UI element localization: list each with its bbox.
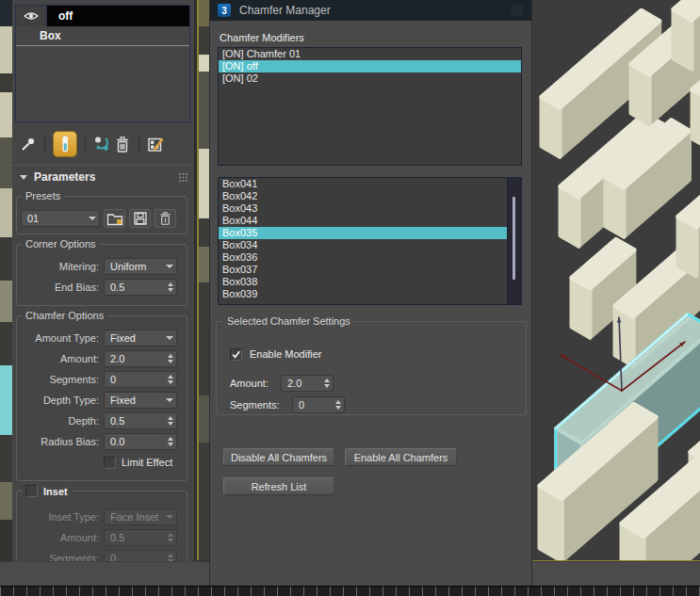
amount-value: 2.0 — [105, 353, 165, 364]
modifier-list-item[interactable]: [ON] 02 — [219, 72, 521, 85]
presets-group: Presets 01 — [16, 196, 187, 234]
disable-all-chamfers-button[interactable]: Disable All Chamfers — [223, 448, 334, 466]
remove-modifier-button[interactable] — [112, 134, 133, 154]
segments-spinner[interactable]: 0 — [104, 371, 177, 388]
rollout-title: Parameters — [34, 170, 178, 184]
viewport-sliver-stripes — [199, 0, 209, 560]
inset-checkbox[interactable] — [25, 485, 38, 497]
amount-spinner[interactable]: 2.0 — [104, 350, 177, 367]
enable-modifier-row: Enable Modifier — [230, 346, 526, 362]
object-list-item[interactable]: Box042 — [219, 190, 521, 202]
preset-dropdown-value: 01 — [22, 213, 86, 224]
chevron-down-icon — [163, 515, 176, 519]
make-unique-button[interactable] — [91, 134, 112, 154]
amount-type-value: Fixed — [105, 332, 163, 344]
scrollbar-thumb[interactable] — [513, 197, 515, 280]
spinner-arrows-icon[interactable] — [165, 437, 176, 446]
inset-segments-spinner[interactable]: 0 — [104, 550, 177, 561]
inset-segments-value: 0 — [105, 553, 165, 561]
modifier-list-item[interactable]: [ON] off — [219, 60, 521, 72]
show-end-result-button[interactable] — [53, 131, 77, 157]
viewport[interactable] — [532, 0, 700, 562]
object-list-item[interactable]: Box037 — [219, 264, 521, 276]
end-bias-spinner[interactable]: 0.5 — [104, 279, 177, 296]
selected-chamfer-settings-group: Selected Chamfer Settings Enable Modifie… — [216, 321, 527, 415]
preset-dropdown[interactable]: 01 — [21, 210, 100, 227]
mitering-dropdown[interactable]: Uniform — [104, 258, 177, 275]
radius-bias-row: Radius Bias: 0.0 — [21, 433, 183, 450]
spinner-arrows-icon[interactable] — [165, 533, 176, 542]
depth-spinner[interactable]: 0.5 — [104, 412, 177, 429]
depth-value: 0.5 — [105, 415, 165, 427]
selected-chamfer-settings-title: Selected Chamfer Settings — [223, 315, 354, 327]
object-list-item[interactable]: Box035 — [219, 227, 521, 239]
configure-modifier-sets-button[interactable] — [145, 134, 166, 154]
refresh-list-button[interactable]: Refresh List — [223, 477, 334, 495]
chamfer-modifiers-list[interactable]: [ON] Chamfer 01[ON] off[ON] 02 — [218, 47, 522, 166]
toolbar-separator — [138, 135, 139, 153]
inset-segments-row: Segments: 0 — [21, 550, 183, 561]
track-bar-timeline[interactable] — [0, 586, 700, 596]
depth-type-dropdown[interactable]: Fixed — [104, 392, 177, 409]
segments-label: Segments: — [21, 374, 104, 385]
object-list-item[interactable]: Box044 — [219, 215, 521, 227]
segments-row: Segments: 0 — [21, 371, 183, 388]
spinner-arrows-icon[interactable] — [165, 554, 176, 561]
save-preset-button[interactable] — [129, 209, 151, 228]
modifier-visibility-toggle[interactable] — [16, 6, 47, 26]
toolbar-separator — [44, 135, 45, 153]
depth-label: Depth: — [21, 415, 104, 427]
spinner-arrows-icon[interactable] — [165, 375, 176, 384]
objects-list[interactable]: Box041Box042Box043Box044Box035Box034Box0… — [218, 177, 522, 305]
folder-icon — [106, 212, 123, 226]
scrollbar-track[interactable] — [507, 178, 521, 304]
depth-type-row: Depth Type: Fixed — [21, 392, 183, 409]
object-list-item[interactable]: Box036 — [219, 251, 521, 264]
modifier-name-field[interactable]: off — [47, 6, 189, 26]
pin-stack-button[interactable] — [18, 134, 39, 154]
dialog-close-button[interactable] — [511, 4, 524, 17]
dialog-segments-value: 0 — [293, 399, 333, 411]
modifier-stack: off Box — [15, 5, 190, 122]
object-list-item[interactable]: Box041 — [219, 178, 521, 190]
radius-bias-spinner[interactable]: 0.0 — [104, 433, 177, 450]
spinner-arrows-icon[interactable] — [165, 282, 176, 292]
spinner-arrows-icon[interactable] — [321, 379, 333, 388]
object-list-item[interactable]: Box039 — [219, 288, 521, 300]
amount-type-dropdown[interactable]: Fixed — [104, 330, 177, 346]
radius-bias-label: Radius Bias: — [21, 436, 104, 447]
modifier-stack-row-box[interactable]: Box — [16, 26, 189, 46]
chevron-down-icon — [86, 217, 99, 220]
enable-all-chamfers-button[interactable]: Enable All Chamfers — [345, 448, 457, 466]
inset-group: Inset Inset Type: Face Inset Amount: 0.5… — [16, 491, 187, 561]
dialog-segments-spinner[interactable]: 0 — [292, 396, 345, 413]
dialog-amount-row: Amount: 2.0 — [230, 375, 526, 392]
enable-modifier-label: Enable Modifier — [250, 348, 321, 360]
presets-group-title: Presets — [22, 190, 64, 201]
pin-icon — [20, 136, 37, 153]
dialog-amount-spinner[interactable]: 2.0 — [281, 375, 334, 392]
spinner-arrows-icon[interactable] — [165, 416, 176, 426]
inset-amount-spinner[interactable]: 0.5 — [104, 529, 177, 546]
enable-modifier-checkbox[interactable] — [230, 348, 242, 361]
end-bias-row: End Bias: 0.5 — [21, 279, 183, 296]
object-list-item[interactable]: Box038 — [219, 276, 521, 288]
object-list-item[interactable]: Box043 — [219, 202, 521, 215]
inset-segments-label: Segments: — [21, 553, 104, 561]
toolbar-separator — [85, 135, 86, 153]
dialog-titlebar[interactable]: 3 Chamfer Manager — [210, 0, 531, 21]
spinner-arrows-icon[interactable] — [333, 400, 344, 410]
spinner-arrows-icon[interactable] — [165, 354, 176, 363]
object-list-item[interactable]: Box034 — [219, 239, 521, 251]
limit-effect-checkbox[interactable] — [104, 457, 116, 469]
viewport-canvas — [532, 0, 700, 560]
delete-preset-button[interactable] — [155, 209, 176, 228]
end-bias-label: End Bias: — [21, 282, 104, 293]
modifier-stack-row-off[interactable]: off — [16, 6, 189, 26]
chevron-down-icon — [163, 265, 176, 268]
load-preset-button[interactable] — [104, 209, 125, 228]
modifier-list-item[interactable]: [ON] Chamfer 01 — [219, 48, 521, 60]
inset-type-dropdown[interactable]: Face Inset — [104, 508, 177, 525]
parameters-rollout-header[interactable]: Parameters — [12, 168, 194, 186]
inset-label: Inset — [43, 486, 68, 497]
